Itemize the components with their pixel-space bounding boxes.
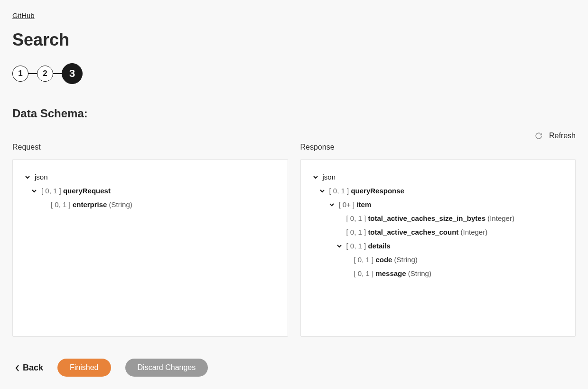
step-connector xyxy=(53,73,62,74)
refresh-label: Refresh xyxy=(549,132,576,140)
request-header: Request xyxy=(12,143,288,152)
chevron-down-icon[interactable] xyxy=(312,174,319,180)
step-1[interactable]: 1 xyxy=(12,66,28,82)
breadcrumb[interactable]: GitHub xyxy=(12,11,35,19)
tree-row[interactable]: [ 0, 1 ] total_active_caches_count (Inte… xyxy=(312,225,564,239)
response-header: Response xyxy=(300,143,576,152)
tree-item-content: [ 0, 1 ] total_active_caches_count (Inte… xyxy=(346,227,488,237)
tree-item-content: [ 0, 1 ] queryResponse xyxy=(329,186,404,196)
chevron-down-icon[interactable] xyxy=(31,188,37,194)
chevron-down-icon[interactable] xyxy=(336,243,343,249)
back-label: Back xyxy=(23,363,43,373)
step-3[interactable]: 3 xyxy=(62,63,83,84)
chevron-down-icon[interactable] xyxy=(328,201,335,208)
discard-button[interactable]: Discard Changes xyxy=(125,359,208,377)
back-button[interactable]: Back xyxy=(15,363,43,373)
step-2[interactable]: 2 xyxy=(37,66,53,82)
tree-item-content: [ 0, 1 ] total_active_caches_size_in_byt… xyxy=(346,213,514,223)
tree-row[interactable]: [ 0+ ] item xyxy=(312,198,564,211)
tree-row[interactable]: [ 0, 1 ] enterprise (String) xyxy=(24,198,276,211)
step-connector xyxy=(28,73,37,74)
tree-row[interactable]: [ 0, 1 ] message (String) xyxy=(312,266,564,280)
tree-row[interactable]: [ 0, 1 ] queryResponse xyxy=(312,184,564,198)
tree-item-content: [ 0, 1 ] enterprise (String) xyxy=(51,199,132,209)
tree-row[interactable]: [ 0, 1 ] total_active_caches_size_in_byt… xyxy=(312,211,564,225)
tree-root[interactable]: json xyxy=(24,170,276,184)
page-title: Search xyxy=(12,30,576,50)
tree-row[interactable]: [ 0, 1 ] code (String) xyxy=(312,253,564,266)
finished-button[interactable]: Finished xyxy=(57,359,111,377)
response-panel: json[ 0, 1 ] queryResponse[ 0+ ] item[ 0… xyxy=(300,159,576,337)
request-column: Request json[ 0, 1 ] queryRequest[ 0, 1 … xyxy=(12,143,288,337)
tree-item-content: [ 0, 1 ] queryRequest xyxy=(41,186,111,196)
stepper: 1 2 3 xyxy=(12,63,576,84)
response-column: Response json[ 0, 1 ] queryResponse[ 0+ … xyxy=(300,143,576,337)
refresh-button[interactable]: Refresh xyxy=(535,132,576,140)
tree-row[interactable]: [ 0, 1 ] details xyxy=(312,239,564,253)
tree-item-content: [ 0, 1 ] details xyxy=(346,241,391,251)
tree-root-label: json xyxy=(323,172,336,182)
chevron-down-icon[interactable] xyxy=(24,174,31,180)
refresh-icon xyxy=(535,132,542,140)
request-panel: json[ 0, 1 ] queryRequest[ 0, 1 ] enterp… xyxy=(12,159,288,337)
tree-item-content: [ 0, 1 ] code (String) xyxy=(354,255,418,265)
section-title: Data Schema: xyxy=(12,107,576,120)
tree-root-label: json xyxy=(35,172,48,182)
tree-item-content: [ 0+ ] item xyxy=(339,199,372,209)
chevron-down-icon[interactable] xyxy=(319,188,326,194)
tree-row[interactable]: [ 0, 1 ] queryRequest xyxy=(24,184,276,198)
tree-item-content: [ 0, 1 ] message (String) xyxy=(354,268,431,278)
tree-root[interactable]: json xyxy=(312,170,564,184)
chevron-left-icon xyxy=(15,364,20,371)
